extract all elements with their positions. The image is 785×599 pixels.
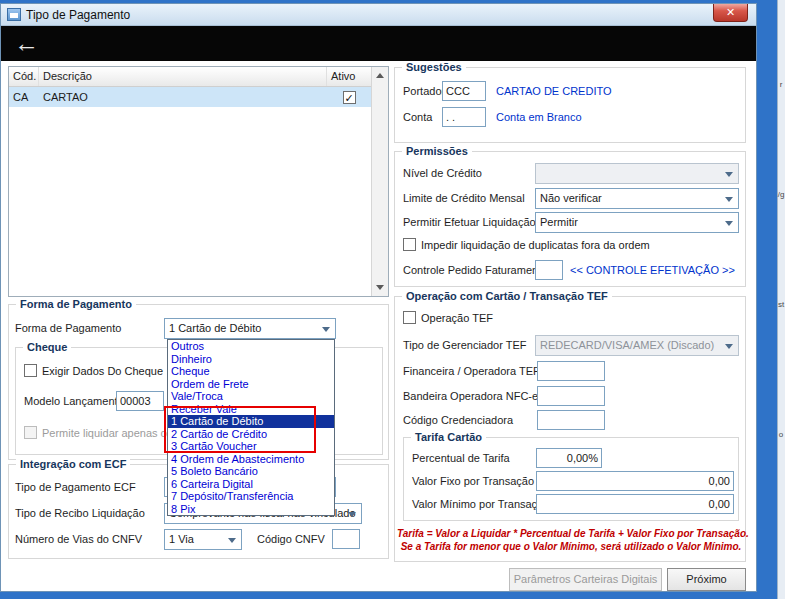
titlebar[interactable]: Tipo de Pagamento ✕	[1, 4, 756, 26]
scroll-up-icon[interactable]	[372, 67, 388, 84]
checkbox-icon	[24, 364, 37, 377]
financeira-tef-input[interactable]	[537, 361, 605, 381]
group-title: Permissões	[402, 145, 472, 157]
checkbox-label: Impedir liquidação de duplicatas fora da…	[421, 239, 650, 251]
portador-hint: CARTAO DE CREDITO	[496, 85, 612, 97]
ativo-checkbox[interactable]: ✓	[343, 91, 356, 104]
operacao-tef-group: Operação com Cartão / Transação TEF Oper…	[394, 296, 746, 562]
dropdown-option[interactable]: 6 Carteira Digital	[168, 478, 334, 491]
chevron-down-icon	[725, 344, 733, 349]
chevron-down-icon	[725, 221, 733, 226]
combo-value: 1 Cartão de Débito	[169, 322, 261, 334]
checkbox-label: Exigir Dados Do Cheque	[42, 365, 163, 377]
conta-label: Conta	[403, 111, 432, 123]
dropdown-option[interactable]: 4 Ordem de Abastecimento	[168, 453, 334, 466]
dropdown-option[interactable]: 7 Depósito/Transferência	[168, 490, 334, 503]
row-cod: CA	[9, 91, 39, 103]
operacao-tef-checkbox[interactable]: Operação TEF	[403, 311, 493, 324]
close-button[interactable]: ✕	[713, 4, 748, 22]
tipo-recibo-label: Tipo de Recibo Liquidação	[15, 507, 145, 519]
proximo-button[interactable]: Próximo	[667, 568, 746, 591]
nivel-credito-label: Nível de Crédito	[403, 167, 482, 179]
percentual-tarifa-input[interactable]: 0,00%	[536, 448, 602, 468]
dropdown-option[interactable]: 5 Boleto Bancário	[168, 465, 334, 478]
checkbox-icon	[24, 426, 37, 439]
chevron-down-icon	[725, 172, 733, 177]
sugestoes-group: Sugestões Portador CCC CARTAO DE CREDITO…	[394, 67, 746, 143]
table-row[interactable]: CA CARTAO ✓	[9, 87, 371, 107]
combo-value: REDECARD/VISA/AMEX (Discado)	[540, 339, 714, 351]
dropdown-option[interactable]: Vale/Troca	[168, 390, 334, 403]
chevron-down-icon	[348, 512, 356, 517]
dropdown-option[interactable]: 8 Pix	[168, 503, 334, 516]
group-title: Operação com Cartão / Transação TEF	[402, 290, 612, 302]
modelo-lancamento-input[interactable]: 00003	[116, 391, 164, 411]
financeira-tef-label: Financeira / Operadora TEF	[403, 365, 540, 377]
toolbar: ←	[1, 26, 756, 61]
limite-credito-select[interactable]: Não verificar	[535, 188, 739, 209]
permitir-liquidacao-select[interactable]: Permitir	[535, 212, 739, 233]
num-vias-label: Número de Vias do CNFV	[15, 533, 142, 545]
edge-text-fragment: o	[777, 430, 785, 439]
dropdown-option[interactable]: Dinheiro	[168, 353, 334, 366]
scroll-down-icon[interactable]	[372, 279, 388, 296]
tipo-pagamento-ecf-label: Tipo de Pagamento ECF	[15, 481, 136, 493]
group-title: Integração com ECF	[16, 458, 130, 470]
combo-value: Não verificar	[540, 192, 602, 204]
gerenciador-tef-label: Tipo de Gerenciador TEF	[403, 339, 527, 351]
conta-input[interactable]: . .	[442, 107, 486, 127]
dropdown-option[interactable]: Receber Vale	[168, 403, 334, 416]
valor-minimo-input[interactable]: 0,00	[536, 494, 734, 514]
combo-value: 1 Via	[169, 533, 194, 545]
payment-types-grid: Cód. Descrição Ativo CA CARTAO ✓	[8, 66, 389, 297]
checkbox-label: Operação TEF	[421, 312, 493, 324]
group-title: Sugestões	[402, 61, 466, 73]
codigo-credenciadora-label: Código Credenciadora	[403, 414, 513, 426]
grid-header: Cód. Descrição Ativo	[9, 67, 371, 87]
dropdown-option-selected[interactable]: 1 Cartão de Débito	[168, 415, 334, 428]
edge-text-fragment: st	[777, 300, 785, 309]
valor-fixo-label: Valor Fixo por Transação	[412, 475, 534, 487]
nivel-credito-select[interactable]	[535, 163, 739, 184]
forma-pagamento-select[interactable]: 1 Cartão de Débito	[164, 318, 336, 339]
controle-efetivacao-link[interactable]: << CONTROLE EFETIVAÇÃO >>	[570, 264, 735, 276]
checkbox-icon	[403, 238, 416, 251]
group-title: Cheque	[23, 341, 71, 353]
dropdown-option[interactable]: 2 Cartão de Crédito	[168, 428, 334, 441]
valor-fixo-input[interactable]: 0,00	[536, 471, 734, 491]
permissoes-group: Permissões Nível de Crédito Limite de Cr…	[394, 151, 746, 287]
num-vias-select[interactable]: 1 Via	[164, 529, 242, 550]
forma-pagamento-dropdown-list: Outros Dinheiro Cheque Ordem de Frete Va…	[167, 339, 335, 516]
valor-minimo-label: Valor Mínimo por Transação	[412, 498, 549, 510]
permite-liquidar-checkbox: Permite liquidar apenas co	[24, 426, 172, 439]
dropdown-option[interactable]: Ordem de Frete	[168, 378, 334, 391]
dropdown-option[interactable]: Cheque	[168, 365, 334, 378]
portador-input[interactable]: CCC	[442, 81, 486, 101]
grid-scrollbar[interactable]	[371, 67, 388, 296]
combo-value: Permitir	[540, 216, 578, 228]
grid-header-descricao[interactable]: Descrição	[39, 67, 327, 86]
controle-pedido-input[interactable]	[535, 260, 563, 280]
row-ativo-cell: ✓	[327, 91, 371, 104]
edge-text-fragment: r	[777, 80, 785, 89]
impedir-liquidacao-checkbox[interactable]: Impedir liquidação de duplicatas fora da…	[403, 238, 650, 251]
bandeira-nfce-input[interactable]	[537, 386, 605, 406]
tarifa-cartao-group: Tarifa Cartão Percentual de Tarifa 0,00%…	[403, 437, 739, 521]
group-title: Forma de Pagamento	[16, 298, 136, 310]
dropdown-option[interactable]: Outros	[168, 340, 334, 353]
grid-header-ativo[interactable]: Ativo	[327, 67, 371, 86]
back-arrow-icon[interactable]: ←	[14, 27, 39, 60]
forma-pagamento-label: Forma de Pagamento	[15, 322, 121, 334]
edge-text-fragment: /g	[777, 190, 785, 199]
parametros-carteiras-button: Parâmetros Carteiras Digitais	[509, 568, 662, 591]
codigo-cnfv-input[interactable]	[332, 529, 360, 549]
codigo-credenciadora-input[interactable]	[537, 410, 605, 430]
checkbox-icon	[403, 311, 416, 324]
checkbox-label: Permite liquidar apenas co	[42, 427, 172, 439]
app-icon	[7, 8, 21, 21]
dropdown-option[interactable]: 3 Cartão Voucher	[168, 440, 334, 453]
gerenciador-tef-select[interactable]: REDECARD/VISA/AMEX (Discado)	[535, 335, 739, 356]
grid-header-cod[interactable]: Cód.	[9, 67, 39, 86]
limite-credito-label: Limite de Crédito Mensal	[403, 192, 525, 204]
exigir-dados-checkbox[interactable]: Exigir Dados Do Cheque	[24, 364, 163, 377]
